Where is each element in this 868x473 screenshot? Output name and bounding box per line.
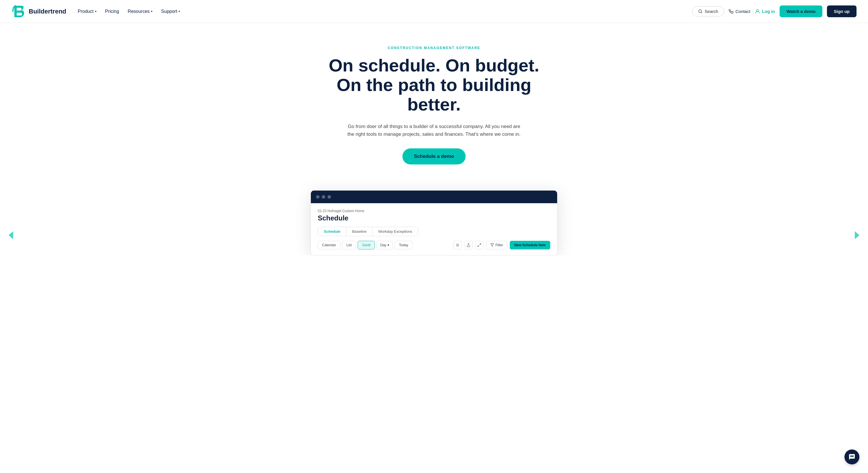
svg-line-1 — [701, 12, 702, 13]
calendar-view-button[interactable]: Calendar — [318, 241, 340, 249]
phone-icon — [729, 9, 733, 14]
hero-section: CONSTRUCTION MANAGEMENT SOFTWARE On sche… — [0, 23, 868, 176]
settings-icon-button[interactable] — [453, 241, 462, 249]
gantt-view-button[interactable]: Gantt — [358, 241, 375, 249]
expand-icon-button[interactable] — [475, 241, 484, 249]
topbar-dot-1 — [316, 195, 319, 199]
logo-icon — [11, 4, 26, 19]
main-nav: Product ▾ Pricing Resources ▾ Support ▾ — [78, 9, 180, 14]
signup-button[interactable]: Sign up — [827, 5, 857, 17]
filter-button[interactable]: Filter — [486, 241, 507, 249]
app-window: 01-23 Hufnagel Custom Home Schedule Sche… — [311, 190, 557, 255]
expand-icon — [477, 243, 482, 247]
user-icon — [755, 9, 760, 14]
new-schedule-item-button[interactable]: New Schedule Item — [510, 241, 550, 249]
app-toolbar: Calendar List Gantt Day ▾ Today — [318, 241, 550, 249]
svg-line-9 — [478, 245, 479, 247]
toolbar-right: Filter New Schedule Item — [453, 241, 550, 249]
app-topbar — [311, 191, 557, 203]
chevron-down-icon: ▾ — [388, 243, 389, 247]
app-page-title: Schedule — [318, 214, 550, 222]
hero-tag: CONSTRUCTION MANAGEMENT SOFTWARE — [6, 46, 862, 50]
app-content: 01-23 Hufnagel Custom Home Schedule Sche… — [311, 203, 557, 255]
share-icon-button[interactable] — [464, 241, 473, 249]
today-button[interactable]: Today — [395, 241, 412, 249]
contact-button[interactable]: Contact — [729, 9, 750, 14]
logo-text: Buildertrend — [29, 8, 66, 15]
nav-item-pricing[interactable]: Pricing — [105, 9, 119, 14]
sliders-icon — [456, 243, 460, 247]
nav-item-resources[interactable]: Resources ▾ — [128, 9, 152, 14]
chevron-down-icon: ▾ — [179, 10, 180, 13]
schedule-demo-button[interactable]: Schedule a demo — [402, 148, 466, 164]
svg-marker-3 — [9, 231, 13, 240]
app-tabs: Schedule Baseline Workday Exceptions — [318, 227, 418, 236]
nav-item-support[interactable]: Support ▾ — [161, 9, 180, 14]
filter-icon — [490, 243, 494, 247]
svg-line-8 — [479, 244, 481, 245]
header-left: Buildertrend Product ▾ Pricing Resources… — [11, 4, 180, 19]
svg-marker-11 — [855, 231, 859, 240]
search-button[interactable]: Search — [692, 6, 724, 17]
logo[interactable]: Buildertrend — [11, 4, 66, 19]
toolbar-left: Calendar List Gantt Day ▾ Today — [318, 241, 412, 249]
hero-subtitle: Go from doer of all things to a builder … — [345, 123, 523, 138]
hero-title: On schedule. On budget. On the path to b… — [316, 56, 552, 115]
chevron-down-icon: ▾ — [95, 10, 96, 13]
nav-item-product[interactable]: Product ▾ — [78, 9, 96, 14]
login-button[interactable]: Log in — [755, 9, 775, 14]
left-arrow-button[interactable] — [6, 230, 16, 243]
day-selector-button[interactable]: Day ▾ — [377, 241, 393, 249]
svg-marker-10 — [491, 244, 494, 247]
header: Buildertrend Product ▾ Pricing Resources… — [0, 0, 868, 23]
list-view-button[interactable]: List — [342, 241, 356, 249]
right-arrow-button[interactable] — [852, 230, 862, 243]
tab-baseline[interactable]: Baseline — [346, 227, 373, 236]
topbar-dot-3 — [328, 195, 331, 199]
share-icon — [466, 243, 470, 247]
topbar-dot-2 — [322, 195, 325, 199]
watch-demo-button[interactable]: Watch a demo — [780, 5, 823, 17]
chevron-down-icon: ▾ — [151, 10, 152, 13]
app-breadcrumb: 01-23 Hufnagel Custom Home — [318, 209, 550, 213]
search-icon — [698, 9, 702, 13]
tab-workday-exceptions[interactable]: Workday Exceptions — [373, 227, 418, 236]
header-right: Search Contact Log in Watch a demo Sign … — [692, 5, 857, 17]
tab-schedule[interactable]: Schedule — [318, 227, 346, 236]
app-screenshot-area: 01-23 Hufnagel Custom Home Schedule Sche… — [305, 190, 563, 255]
